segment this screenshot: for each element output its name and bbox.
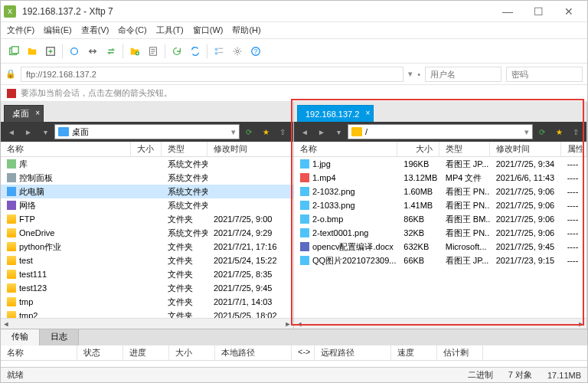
remote-path-input[interactable]: / ▾ (348, 124, 533, 139)
remote-file-list[interactable]: 1.jpg196KB看图王 JP...2021/7/25, 9:34----1.… (294, 157, 586, 318)
transfer-col[interactable]: 状态 (77, 345, 123, 360)
transfer-col[interactable]: <-> (292, 345, 315, 360)
dropdown-icon[interactable]: ▾ (38, 124, 53, 139)
chevron-down-icon[interactable]: ▾ (231, 127, 236, 137)
menu-查看[interactable]: 查看(V) (81, 25, 109, 36)
scrollbar-h[interactable]: ◄► (294, 318, 586, 329)
maximize-button[interactable]: ☐ (523, 1, 554, 22)
file-row[interactable]: OneDrive系统文件夹2021/7/24, 9:29 (1, 226, 293, 240)
file-row[interactable]: 2-1032.png1.60MB看图王 PN...2021/7/25, 9:06… (294, 185, 586, 198)
dropdown-icon[interactable]: ▾ (408, 69, 413, 79)
new-window-icon[interactable] (42, 43, 59, 60)
col-header[interactable]: 大小 (131, 142, 162, 156)
menu-帮助[interactable]: 帮助(H) (232, 25, 260, 36)
col-header[interactable]: 修改时间 (490, 142, 561, 156)
tab-local-desktop[interactable]: 桌面 × (4, 105, 44, 122)
sync-icon[interactable] (187, 43, 204, 60)
file-row[interactable]: 2-1033.png1.41MB看图王 PN...2021/7/25, 9:06… (294, 198, 586, 212)
file-row[interactable]: tmp2文件夹2021/5/25, 18:02 (1, 309, 293, 318)
transfer-col[interactable]: 名称 (1, 345, 77, 360)
menu-工具[interactable]: 工具(T) (156, 25, 184, 36)
col-header[interactable]: 名称 (1, 142, 131, 156)
file-type: 系统文件夹 (162, 200, 207, 211)
options-icon[interactable] (229, 43, 246, 60)
col-header[interactable]: 名称 (294, 142, 397, 156)
file-row[interactable]: 网络系统文件夹 (1, 198, 293, 212)
file-row[interactable]: 库系统文件夹 (1, 157, 293, 171)
local-path-input[interactable]: 桌面 ▾ (54, 124, 240, 139)
password-input[interactable] (506, 67, 583, 82)
refresh-icon[interactable]: ⟳ (241, 124, 256, 139)
back-icon[interactable]: ◄ (297, 124, 312, 139)
col-header[interactable]: 类型 (162, 142, 207, 156)
transfer-col[interactable]: 速度 (391, 345, 437, 360)
properties-icon[interactable] (145, 43, 162, 60)
col-header[interactable]: 类型 (439, 142, 490, 156)
forward-icon[interactable]: ► (314, 124, 329, 139)
toolbar: ? (1, 39, 587, 64)
menu-命令[interactable]: 命令(C) (118, 25, 146, 36)
transfer-col[interactable]: 估计剩 (437, 345, 483, 360)
bookmark-icon[interactable]: ★ (551, 124, 567, 139)
file-type: 文件夹 (162, 310, 207, 319)
file-row[interactable]: QQ图片2021072309...66KB看图王 JP...2021/7/23,… (294, 254, 586, 267)
col-header[interactable]: 大小 (397, 142, 439, 156)
folder-icon (7, 270, 16, 279)
view-icon[interactable] (211, 43, 227, 60)
scrollbar-h[interactable]: ◄► (1, 318, 293, 329)
up-icon[interactable]: ⇧ (568, 124, 583, 139)
file-type: 文件夹 (162, 296, 207, 308)
file-row[interactable]: opencv配置编译.docx632KBMicrosoft...2021/7/2… (294, 240, 586, 254)
folder-icon (7, 283, 16, 293)
close-tab-icon[interactable]: × (366, 109, 371, 117)
dropdown-icon[interactable]: ▾ (331, 124, 346, 139)
up-icon[interactable]: ⇧ (275, 124, 290, 139)
forward-icon[interactable]: ► (21, 124, 36, 139)
col-header[interactable]: 属性 (561, 142, 586, 156)
transfer-col[interactable]: 大小 (169, 345, 215, 360)
file-row[interactable]: 1.mp413.12MBMP4 文件2021/6/6, 11:43---- (294, 171, 586, 185)
tab-transfer[interactable]: 传输 (1, 329, 40, 345)
file-time: 2021/7/25, 9:00 (207, 214, 292, 224)
new-folder-icon[interactable] (126, 43, 143, 60)
file-row[interactable]: 2-o.bmp86KB看图王 BM...2021/7/25, 9:06---- (294, 212, 586, 226)
chevron-down-icon[interactable]: ▾ (524, 127, 529, 137)
menu-窗口[interactable]: 窗口(W) (193, 25, 224, 36)
disconnect-icon[interactable] (84, 43, 101, 60)
tab-remote-host[interactable]: 192.168.137.2 × (297, 105, 374, 122)
transfer-icon[interactable] (103, 43, 119, 60)
transfer-col[interactable]: 进度 (123, 345, 169, 360)
file-row[interactable]: test111文件夹2021/7/25, 8:35 (1, 267, 293, 281)
tab-log[interactable]: 日志 (40, 329, 79, 345)
new-session-icon[interactable] (5, 43, 22, 60)
help-icon[interactable]: ? (247, 43, 264, 60)
refresh-icon[interactable] (168, 43, 185, 60)
minimize-button[interactable]: — (492, 1, 523, 22)
col-header[interactable]: 修改时间 (207, 142, 292, 156)
close-tab-icon[interactable]: × (35, 109, 40, 117)
file-row[interactable]: python作业文件夹2021/7/21, 17:16 (1, 240, 293, 254)
file-row[interactable]: test文件夹2021/5/24, 15:22 (1, 254, 293, 267)
file-row[interactable]: 控制面板系统文件夹 (1, 171, 293, 185)
file-row[interactable]: test123文件夹2021/7/25, 9:45 (1, 281, 293, 295)
file-row[interactable]: tmp文件夹2021/7/1, 14:03 (1, 295, 293, 309)
reconnect-icon[interactable] (66, 43, 83, 60)
address-input[interactable] (21, 67, 403, 82)
file-type: 文件夹 (162, 241, 207, 253)
menu-文件[interactable]: 文件(F) (7, 25, 34, 36)
menu-编辑[interactable]: 编辑(E) (44, 25, 72, 36)
close-button[interactable]: ✕ (554, 1, 584, 22)
username-input[interactable] (425, 67, 501, 82)
open-icon[interactable] (24, 43, 41, 60)
local-pane: 桌面 × ◄ ► ▾ 桌面 ▾ ⟳ ★ ⇧ 名称大小类型修改时间 库系统文件夹控… (1, 102, 294, 329)
file-row[interactable]: 2-text0001.png32KB看图王 PN...2021/7/25, 9:… (294, 226, 586, 240)
transfer-col[interactable]: 远程路径 (315, 345, 391, 360)
file-row[interactable]: FTP文件夹2021/7/25, 9:00 (1, 212, 293, 226)
local-file-list[interactable]: 库系统文件夹控制面板系统文件夹此电脑系统文件夹网络系统文件夹FTP文件夹2021… (1, 157, 293, 318)
bookmark-icon[interactable]: ★ (258, 124, 273, 139)
refresh-icon[interactable]: ⟳ (534, 124, 550, 139)
back-icon[interactable]: ◄ (4, 124, 19, 139)
file-row[interactable]: 1.jpg196KB看图王 JP...2021/7/25, 9:34---- (294, 157, 586, 171)
transfer-col[interactable]: 本地路径 (215, 345, 292, 360)
file-row[interactable]: 此电脑系统文件夹 (1, 185, 293, 198)
